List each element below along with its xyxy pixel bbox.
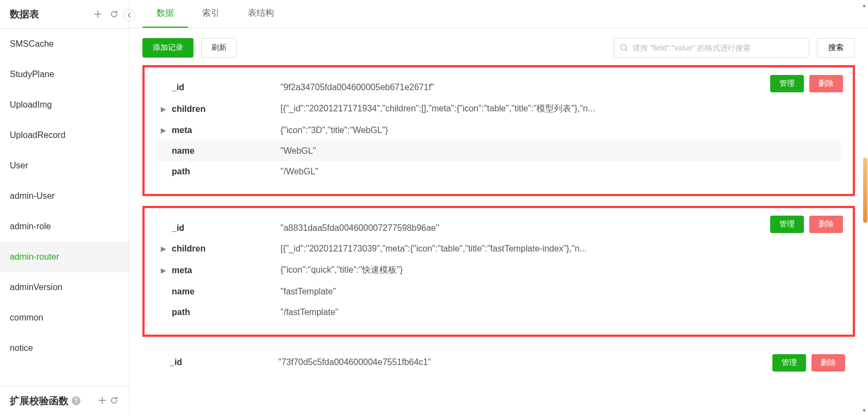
sidebar-item-UploadRecord[interactable]: UploadRecord	[0, 120, 129, 150]
search-input[interactable]	[633, 43, 803, 52]
field-key-label: path	[172, 167, 190, 177]
delete-button[interactable]: 删除	[809, 75, 843, 92]
sidebar-item-admin-User[interactable]: admin-User	[0, 181, 129, 211]
field-key-label: _id	[172, 83, 184, 92]
record-actions: 管理删除	[770, 216, 843, 233]
field-key: ▶children	[161, 104, 280, 114]
field-key: _id	[161, 83, 280, 92]
sidebar-footer-title: 扩展校验函数 ?	[10, 394, 80, 407]
field-key: ▶children	[161, 244, 280, 254]
sidebar-item-adminVersion[interactable]: adminVersion	[0, 272, 129, 303]
field-value: "73f70d5c5fda004600004e7551fb64c1"	[278, 357, 839, 367]
field-key: _id	[161, 223, 280, 233]
search-button[interactable]: 搜索	[817, 38, 855, 58]
field-row-path[interactable]: path"/WebGL"	[157, 161, 841, 182]
field-key-label: path	[172, 307, 190, 317]
field-row-children[interactable]: ▶children[{"_id":"20201217173039","meta"…	[157, 238, 841, 259]
sidebar-header: 数据表	[0, 0, 129, 29]
record-actions: 管理删除	[770, 75, 843, 92]
field-key-label: meta	[172, 266, 192, 275]
expand-caret-icon[interactable]: ▶	[161, 105, 167, 113]
sidebar-item-admin-role[interactable]: admin-role	[0, 211, 129, 242]
search-icon	[620, 43, 628, 52]
refresh-functions-icon[interactable]	[109, 395, 119, 405]
info-icon[interactable]: ?	[72, 397, 80, 405]
field-row-_id[interactable]: _id"73f70d5c5fda004600004e7551fb64c1"	[154, 352, 843, 373]
scroll-up-icon[interactable]: ▲	[861, 2, 867, 8]
field-row-_id[interactable]: _id"9f2a34705fda004600005eb671e2671f"	[157, 77, 841, 98]
record-card: 管理删除_id"73f70d5c5fda004600004e7551fb64c1…	[142, 347, 855, 378]
expand-caret-icon[interactable]: ▶	[161, 245, 167, 253]
sidebar-footer-label: 扩展校验函数	[10, 394, 68, 407]
sidebar-item-User[interactable]: User	[0, 150, 129, 181]
sidebar-item-common[interactable]: common	[0, 303, 129, 333]
field-key: _id	[159, 357, 278, 367]
field-row-name[interactable]: name"fastTemplate"	[157, 281, 841, 302]
scroll-thumb[interactable]	[863, 158, 867, 223]
page-scrollbar[interactable]: ▲ ▼	[860, 0, 868, 415]
field-key-label: _id	[170, 357, 182, 367]
record-card: 管理删除_id"a8831daa5fda004600007277598b96ae…	[142, 206, 855, 337]
toolbar: 添加记录 刷新 搜索	[129, 28, 868, 65]
field-key: path	[161, 307, 280, 317]
refresh-button[interactable]: 刷新	[201, 38, 237, 58]
field-key: ▶meta	[161, 266, 280, 275]
expand-caret-icon[interactable]: ▶	[161, 127, 167, 134]
refresh-tables-icon[interactable]	[109, 9, 119, 19]
sidebar-header-actions	[93, 9, 119, 19]
field-key-label: children	[172, 244, 205, 254]
tab-数据[interactable]: 数据	[142, 0, 188, 28]
add-function-icon[interactable]	[97, 395, 107, 405]
field-value: "WebGL"	[280, 146, 836, 156]
field-value: [{"_id":"20201217173039","meta":{"icon":…	[280, 244, 836, 254]
records-list: 管理删除_id"9f2a34705fda004600005eb671e2671f…	[129, 65, 868, 415]
field-value: "/WebGL"	[280, 167, 836, 177]
expand-caret-icon[interactable]: ▶	[161, 267, 167, 274]
add-table-icon[interactable]	[93, 9, 103, 19]
field-row-path[interactable]: path"/fastTemplate"	[157, 302, 841, 323]
field-value: [{"_id":"20201217171934","children":[],"…	[280, 103, 836, 115]
sidebar-footer-actions	[97, 395, 119, 406]
collapse-sidebar-icon[interactable]	[123, 9, 135, 21]
field-value: {"icon":"quick","title":"快速模板"}	[280, 265, 836, 276]
field-row-children[interactable]: ▶children[{"_id":"20201217171934","child…	[157, 98, 841, 120]
field-key: ▶meta	[161, 125, 280, 135]
field-value: {"icon":"3D","title":"WebGL"}	[280, 125, 836, 135]
field-row-meta[interactable]: ▶meta{"icon":"quick","title":"快速模板"}	[157, 259, 841, 281]
scroll-down-icon[interactable]: ▼	[861, 407, 867, 413]
sidebar-list: SMSCacheStudyPlaneUploadImgUploadRecordU…	[0, 29, 129, 386]
field-row-_id[interactable]: _id"a8831daa5fda004600007277598b96ae"	[157, 218, 841, 238]
field-value: "/fastTemplate"	[280, 307, 836, 317]
record-card: 管理删除_id"9f2a34705fda004600005eb671e2671f…	[142, 65, 855, 196]
field-key-label: children	[172, 104, 205, 114]
manage-button[interactable]: 管理	[770, 75, 804, 92]
tab-索引[interactable]: 索引	[188, 0, 234, 28]
field-row-meta[interactable]: ▶meta{"icon":"3D","title":"WebGL"}	[157, 120, 841, 141]
field-key-label: _id	[172, 223, 184, 233]
field-row-name[interactable]: name"WebGL"	[157, 141, 841, 161]
field-value: "fastTemplate"	[280, 287, 836, 297]
sidebar-title: 数据表	[10, 8, 39, 21]
field-key-label: meta	[172, 125, 192, 135]
sidebar: 数据表 SMSCacheStudyPlaneUploadImgUploadRec…	[0, 0, 129, 415]
sidebar-item-notice[interactable]: notice	[0, 333, 129, 363]
add-record-button[interactable]: 添加记录	[142, 38, 193, 58]
tab-表结构[interactable]: 表结构	[234, 0, 288, 28]
field-key: path	[161, 167, 280, 177]
sidebar-item-UploadImg[interactable]: UploadImg	[0, 90, 129, 120]
field-key: name	[161, 287, 280, 297]
delete-button[interactable]: 删除	[809, 216, 843, 233]
sidebar-item-SMSCache[interactable]: SMSCache	[0, 29, 129, 59]
delete-button[interactable]: 删除	[811, 354, 845, 372]
main: 数据索引表结构 添加记录 刷新 搜索 管理删除_id"9f2a34705fda0…	[129, 0, 868, 415]
sidebar-item-StudyPlane[interactable]: StudyPlane	[0, 59, 129, 90]
field-value: "a8831daa5fda004600007277598b96ae"	[280, 223, 836, 233]
record-actions: 管理删除	[772, 354, 845, 372]
tabs: 数据索引表结构	[129, 0, 868, 28]
manage-button[interactable]: 管理	[772, 354, 806, 372]
sidebar-item-admin-router[interactable]: admin-router	[0, 242, 129, 272]
field-value: "9f2a34705fda004600005eb671e2671f"	[280, 83, 836, 92]
field-key-label: name	[172, 146, 195, 156]
manage-button[interactable]: 管理	[770, 216, 804, 233]
field-key-label: name	[172, 287, 195, 297]
